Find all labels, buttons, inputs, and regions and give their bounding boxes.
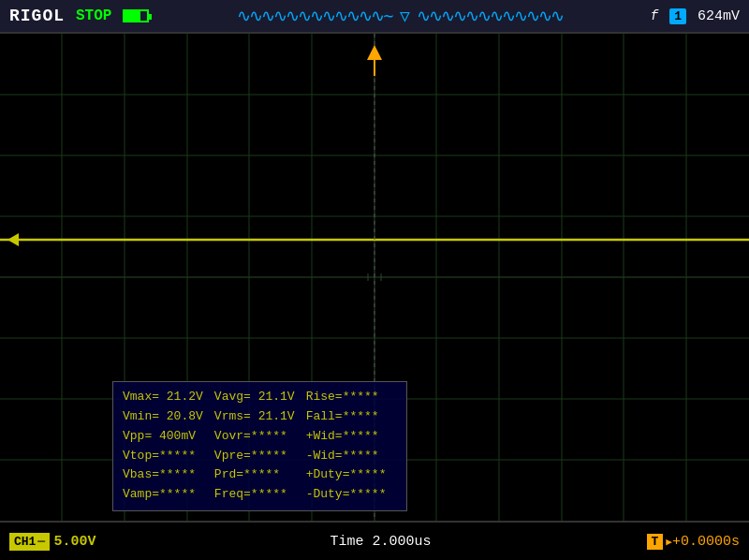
rigol-logo: RIGOL [9, 7, 65, 25]
meas-row: Vmin= 20.8VVrms= 21.1VFall=***** [123, 407, 397, 427]
measurements-table: Vmax= 21.2VVavg= 21.1VRise=*****Vmin= 20… [123, 388, 397, 505]
meas-cell: +Wid=***** [306, 427, 398, 447]
voltage-reading: 624mV [698, 8, 740, 24]
trigger-wave: ∿∿∿∿∿∿∿∿∿∿∿∿∼ ▽ ∿∿∿∿∿∿∿∿∿∿∿∿ [160, 6, 639, 26]
status-label: STOP [76, 7, 111, 24]
status-bar: CH1 ⏤ 5.00V Time 2.000us T▶+0.0000s [0, 521, 749, 560]
meas-cell: -Wid=***** [306, 447, 398, 466]
meas-cell: Vpp= 400mV [123, 427, 214, 447]
meas-cell: +Duty=***** [306, 465, 398, 485]
meas-cell: Prd=***** [214, 465, 306, 485]
meas-cell: Rise=***** [306, 388, 398, 407]
ch1-coupling-symbol: ⏤ [37, 535, 45, 549]
ch1-box: CH1 ⏤ [9, 533, 50, 551]
header-bar: RIGOL STOP ∿∿∿∿∿∿∿∿∿∿∿∿∼ ▽ ∿∿∿∿∿∿∿∿∿∿∿∿ … [0, 0, 749, 34]
trigger-reading: T▶+0.0000s [647, 534, 740, 550]
meas-cell: Fall=***** [306, 407, 398, 427]
ch1-indicator: CH1 ⏤ 5.00V [9, 533, 95, 551]
time-reading: Time 2.000us [114, 534, 646, 550]
meas-cell: Vbas=***** [123, 465, 214, 485]
trigger-offset-value: +0.0000s [672, 534, 740, 550]
meas-cell: Vmin= 20.8V [123, 407, 214, 427]
meas-cell: Vavg= 21.1V [214, 388, 306, 407]
ch1-voltage-div: 5.00V [53, 534, 95, 550]
meas-cell: Vpre=***** [214, 447, 306, 466]
ch-number-badge: 1 [669, 8, 686, 24]
f-label: f [651, 8, 658, 23]
meas-cell: Vrms= 21.1V [214, 407, 306, 427]
battery-icon [123, 9, 149, 22]
ch1-label: CH1 [14, 535, 36, 549]
time-value: 2.000us [372, 534, 431, 550]
meas-cell: Freq=***** [214, 485, 306, 505]
meas-cell: -Duty=***** [306, 485, 398, 505]
meas-cell: Vtop=***** [123, 447, 214, 466]
scope-display: Vmax= 21.2VVavg= 21.1VRise=*****Vmin= 20… [0, 34, 749, 521]
meas-cell: Vmax= 21.2V [123, 388, 214, 407]
trigger-badge: T [647, 534, 664, 550]
meas-row: Vamp=*****Freq=*****-Duty=***** [123, 485, 397, 505]
meas-cell: Vamp=***** [123, 485, 214, 505]
meas-row: Vpp= 400mVVovr=*****+Wid=***** [123, 427, 397, 447]
time-label: Time [330, 534, 372, 550]
meas-row: Vbas=*****Prd=*****+Duty=***** [123, 465, 397, 485]
measurements-panel: Vmax= 21.2VVavg= 21.1VRise=*****Vmin= 20… [112, 381, 407, 511]
meas-row: Vtop=*****Vpre=*****-Wid=***** [123, 447, 397, 466]
meas-cell: Vovr=***** [214, 427, 306, 447]
meas-row: Vmax= 21.2VVavg= 21.1VRise=***** [123, 388, 397, 407]
